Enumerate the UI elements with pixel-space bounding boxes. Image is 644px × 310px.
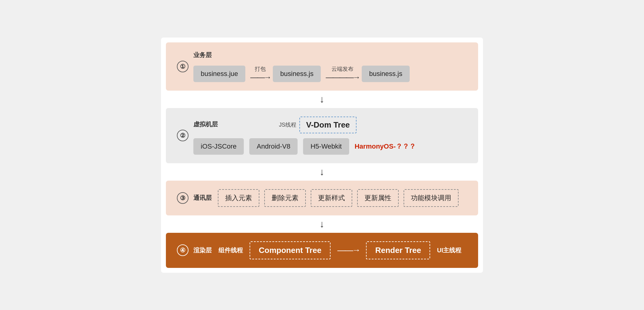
layer-3: ③ 通讯层 插入元素 删除元素 更新样式 更新属性 功能模块调用	[166, 181, 478, 215]
label-cloud: 云端发布	[331, 65, 353, 73]
layer-3-num: ③	[177, 192, 188, 204]
layer-1-row: business.jue 打包 ——→ business.js 云端发布 ———…	[193, 65, 467, 82]
arrow-render: ——→	[337, 245, 359, 255]
layer-1-content: 业务层 business.jue 打包 ——→ business.js 云端发布…	[193, 51, 467, 82]
arrow-pack: ——→	[250, 73, 270, 82]
box-harmony: HarmonyOS-？？？	[355, 142, 416, 151]
component-thread-label: 组件线程	[218, 246, 243, 254]
layer-4-content: 渲染层 组件线程 Component Tree ——→ Render Tree …	[193, 241, 467, 259]
box-android: Android-V8	[249, 138, 298, 155]
box-h5: H5-Webkit	[303, 138, 349, 155]
arrow-cloud: ————→	[326, 73, 359, 82]
layer-2-row: iOS-JSCore Android-V8 H5-Webkit HarmonyO…	[193, 138, 467, 155]
box-update-attr: 更新属性	[357, 189, 399, 207]
arrow-down-3: ↓	[161, 215, 483, 233]
arrow-down-1: ↓	[161, 91, 483, 108]
layer-4-label: 渲染层	[193, 246, 212, 254]
box-insert: 插入元素	[218, 189, 259, 207]
layer-1-num: ①	[177, 61, 188, 72]
layer-3-label: 通讯层	[193, 194, 212, 202]
layer-3-row: 插入元素 删除元素 更新样式 更新属性 功能模块调用	[218, 189, 459, 207]
vdom-tree-box: V-Dom Tree	[299, 117, 357, 133]
box-business-jue: business.jue	[193, 66, 245, 82]
box-business-js-1: business.js	[273, 66, 321, 82]
js-thread-label: JS线程	[279, 121, 296, 128]
box-delete: 删除元素	[264, 189, 306, 207]
box-ios: iOS-JSCore	[193, 138, 244, 155]
box-business-js-2: business.js	[362, 66, 410, 82]
component-tree-box: Component Tree	[250, 241, 331, 259]
box-update-style: 更新样式	[311, 189, 352, 207]
arrow-down-2: ↓	[161, 163, 483, 181]
label-pack: 打包	[255, 65, 266, 73]
layer-1-label: 业务层	[193, 51, 467, 59]
ui-thread-label: UI主线程	[437, 246, 461, 254]
layer-2-num: ②	[177, 130, 188, 141]
layer-2: ② 虚拟机层 JS线程 V-Dom Tree iOS-JSCore Androi…	[166, 108, 478, 163]
layer-2-content: 虚拟机层 JS线程 V-Dom Tree iOS-JSCore Android-…	[193, 117, 467, 155]
layer-4: ④ 渲染层 组件线程 Component Tree ——→ Render Tre…	[166, 233, 478, 268]
box-module-call: 功能模块调用	[404, 189, 459, 207]
diagram-container: ① 业务层 business.jue 打包 ——→ business.js 云端…	[161, 38, 483, 273]
layer-2-label: 虚拟机层	[193, 120, 218, 128]
layer-4-num: ④	[177, 244, 188, 256]
render-tree-box: Render Tree	[366, 241, 430, 259]
layer-3-content: 通讯层 插入元素 删除元素 更新样式 更新属性 功能模块调用	[193, 189, 467, 207]
layer-1: ① 业务层 business.jue 打包 ——→ business.js 云端…	[166, 42, 478, 91]
